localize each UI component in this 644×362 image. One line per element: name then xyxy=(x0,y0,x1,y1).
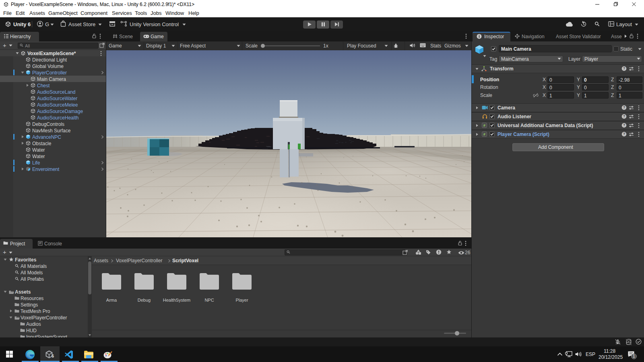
svg-text:?: ? xyxy=(623,66,625,70)
svg-text:?: ? xyxy=(623,123,625,127)
svg-text:?: ? xyxy=(623,132,625,136)
svg-text:#: # xyxy=(483,132,486,136)
svg-text:?: ? xyxy=(623,114,625,118)
svg-text:?: ? xyxy=(623,105,625,109)
svg-text:#: # xyxy=(483,123,486,128)
